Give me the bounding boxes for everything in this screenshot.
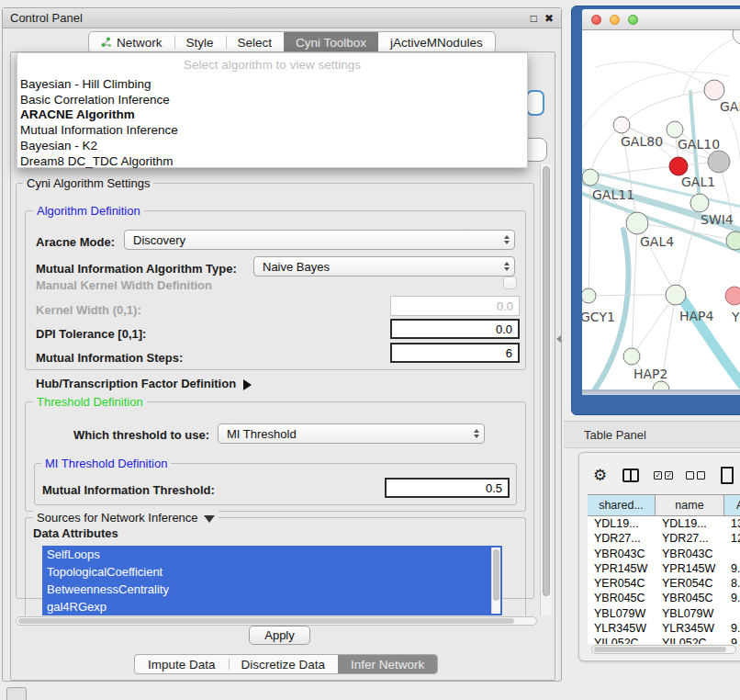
network-edge[interactable]	[589, 295, 676, 296]
deselect-all-checks-icon[interactable]	[686, 471, 705, 480]
network-edge[interactable]	[632, 223, 637, 356]
document-icon[interactable]	[721, 467, 734, 484]
zoom-traffic-light-icon[interactable]	[628, 15, 638, 25]
table-row[interactable]: YDR27...YDR27...12	[588, 531, 740, 546]
network-node-GAL10[interactable]	[667, 121, 683, 138]
tab-impute-data[interactable]: Impute Data	[135, 655, 229, 673]
table-cell: YBR043C	[656, 547, 724, 561]
dpi-tolerance-input[interactable]	[390, 319, 520, 339]
table-row[interactable]: YPR145WYPR145W9.	[588, 561, 740, 576]
hub-tf-definition-toggle[interactable]: Hub/Transcription Factor Definition	[36, 377, 252, 390]
mi-threshold-label: Mutual Information Threshold:	[42, 483, 215, 497]
network-node-GAL4[interactable]	[626, 212, 648, 234]
network-node-bottom-node[interactable]	[653, 381, 669, 390]
combo-arrows-icon	[474, 424, 479, 443]
algorithm-option[interactable]: Bayesian - K2	[18, 139, 526, 154]
network-node-gal-partial[interactable]	[704, 80, 724, 100]
mi-threshold-input[interactable]	[385, 478, 510, 498]
node-label: GAL80	[621, 134, 663, 149]
network-view-canvas[interactable]: GALGAL80GAL10GAL11SWI4GAL4GCY1HAP4YHAP2G…	[582, 30, 740, 390]
table-column-header[interactable]: A	[724, 495, 740, 515]
split-pane-handle-icon[interactable]	[556, 335, 561, 343]
close-traffic-light-icon[interactable]	[591, 15, 601, 25]
sources-title[interactable]: Sources for Network Inference	[33, 511, 219, 525]
algorithm-option[interactable]: ARACNE Algorithm	[18, 107, 526, 123]
network-edge[interactable]	[622, 90, 714, 125]
algorithm-option[interactable]: Mutual Information Inference	[18, 123, 526, 139]
algorithm-option[interactable]: Bayesian - Hill Climbing	[18, 77, 526, 93]
tab-discretize-data[interactable]: Discretize Data	[229, 655, 339, 673]
node-label: SWI4	[701, 212, 734, 227]
algorithm-option[interactable]: Basic Correlation Inference	[18, 93, 526, 108]
table-body[interactable]: YDL19...YDL19...13YDR27...YDR27...12YBR0…	[588, 516, 740, 644]
algorithm-dropdown-prompt: Select algorithm to view settings	[17, 53, 527, 72]
table-row[interactable]: YBL079WYBL079W	[588, 606, 740, 621]
network-node-gray-node[interactable]	[708, 151, 730, 173]
settings-horizontal-scrollbar[interactable]	[16, 616, 537, 626]
tab-select[interactable]: Select	[226, 32, 285, 52]
network-edge[interactable]	[676, 203, 700, 295]
table-cell: YER054C	[656, 576, 724, 591]
table-column-header[interactable]: name	[656, 495, 724, 515]
network-edge[interactable]	[590, 166, 678, 177]
tab-jactivemnodules[interactable]: jActiveMNodules	[378, 32, 495, 52]
dpi-tolerance-label: DPI Tolerance [0,1]:	[36, 327, 146, 341]
aracne-mode-combo[interactable]: Discovery	[124, 230, 515, 250]
network-node-green-right[interactable]	[726, 231, 740, 250]
table-cell: YPR145W	[588, 561, 656, 576]
data-attributes-list[interactable]: SelfLoopsTopologicalCoefficientBetweenne…	[42, 546, 502, 615]
gear-icon[interactable]: ⚙	[593, 468, 607, 483]
close-icon[interactable]: ✖	[544, 13, 554, 24]
float-window-icon[interactable]: □	[531, 13, 537, 24]
which-threshold-combo[interactable]: MI Threshold	[218, 423, 485, 444]
minimized-panel-button[interactable]	[6, 687, 27, 700]
kernel-width-input[interactable]	[390, 296, 520, 316]
algorithm-option[interactable]: Dream8 DC_TDC Algorithm	[18, 154, 526, 170]
network-node-red-node[interactable]	[669, 157, 688, 175]
network-node-salmon-node[interactable]	[725, 287, 740, 305]
minimize-traffic-light-icon[interactable]	[610, 15, 620, 25]
table-row[interactable]: YBR043CYBR043C	[588, 547, 740, 561]
mi-steps-input[interactable]	[390, 343, 520, 363]
table-row[interactable]: YER054CYER054C8.	[588, 576, 740, 591]
tab-style[interactable]: Style	[174, 32, 226, 52]
apply-button[interactable]: Apply	[249, 626, 310, 645]
table-panel-header: Table Panel	[564, 421, 740, 448]
threshold-definition-title: Threshold Definition	[33, 395, 147, 409]
table-panel-title: Table Panel	[564, 428, 646, 442]
settings-vertical-scrollbar[interactable]	[540, 164, 552, 615]
network-window-titlebar[interactable]	[582, 9, 740, 30]
table-row[interactable]: YLR345WYLR345W9.	[588, 621, 740, 636]
network-node-HAP2[interactable]	[623, 348, 640, 365]
table-row[interactable]: YDL19...YDL19...13	[588, 516, 740, 531]
network-node-GCY1[interactable]	[582, 288, 596, 303]
table-row[interactable]: YBR045CYBR045C9.	[588, 591, 740, 605]
select-all-checks-icon[interactable]: ✓✓	[654, 471, 673, 480]
network-node-HAP4[interactable]	[666, 285, 686, 305]
mi-type-combo[interactable]: Naive Bayes	[253, 256, 515, 277]
attribute-list-item[interactable]: BetweennessCentrality	[42, 581, 502, 598]
attribute-list-item[interactable]: SelfLoops	[42, 546, 502, 563]
manual-kernel-checkbox[interactable]	[503, 277, 517, 289]
node-table: shared...nameA YDL19...YDL19...13YDR27..…	[588, 494, 740, 644]
tab-network[interactable]: Network	[89, 32, 174, 52]
manual-kernel-label: Manual Kernel Width Definition	[36, 278, 212, 292]
network-node-SWI4[interactable]	[690, 194, 709, 212]
network-node-top-arc-node[interactable]	[733, 30, 740, 44]
table-column-header[interactable]: shared...	[588, 495, 656, 515]
attributes-list-scrollbar[interactable]	[491, 548, 500, 614]
tab-network-label: Network	[117, 36, 163, 50]
node-label: Y	[731, 310, 740, 324]
network-node-GAL80[interactable]	[613, 117, 630, 133]
attribute-list-item[interactable]: TopologicalCoefficient	[42, 563, 502, 581]
network-node-GAL11[interactable]	[582, 169, 599, 186]
attribute-list-item[interactable]: gal4RGexp	[42, 598, 502, 615]
algorithm-definition-title: Algorithm Definition	[33, 204, 144, 218]
column-layout-icon[interactable]	[622, 469, 639, 482]
network-edge[interactable]	[590, 125, 622, 177]
network-edge[interactable]	[632, 295, 676, 356]
tab-infer-network[interactable]: Infer Network	[338, 655, 437, 673]
table-horizontal-scrollbar[interactable]	[591, 645, 736, 654]
tab-cyni-toolbox[interactable]: Cyni Toolbox	[284, 32, 378, 52]
table-row[interactable]: YIL052CYIL052C9.	[588, 636, 740, 644]
